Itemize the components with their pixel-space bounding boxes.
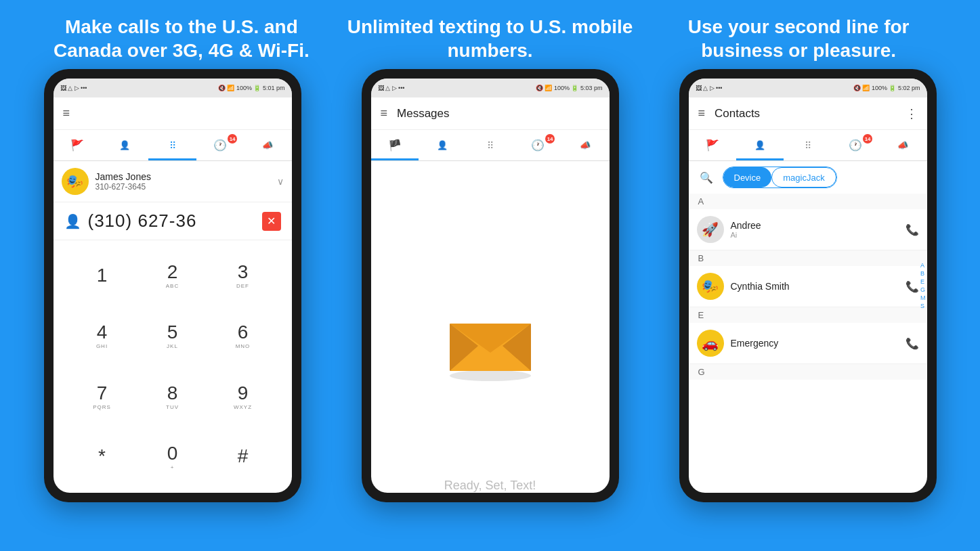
- recent-contact-number: 310-627-3645: [95, 182, 277, 192]
- hamburger-icon-2[interactable]: ≡: [381, 106, 388, 120]
- status-time-2: 🔇 📶 100% 🔋 5:03 pm: [536, 85, 603, 91]
- dial-number-display: (310) 627-36: [88, 211, 262, 232]
- phones-row: 🖼 △ ▷ ••• 🔇 📶 100% 🔋 5:01 pm ≡ 🚩: [0, 69, 980, 551]
- header-text-1: Make calls to the U.S. and Canada over 3…: [33, 15, 329, 62]
- key-7[interactable]: 7 PQRS: [67, 367, 137, 427]
- toggle-device-btn[interactable]: Device: [723, 167, 772, 188]
- tab-bar-3: 🚩 👤 ⠿ 🕐 14 📣: [689, 130, 927, 161]
- phone-inner-1: 🖼 △ ▷ ••• 🔇 📶 100% 🔋 5:01 pm ≡ 🚩: [54, 79, 292, 493]
- call-icon-cynthia[interactable]: 📞: [906, 280, 919, 293]
- contact-sub-andree: Ai: [731, 231, 906, 239]
- tab-messages-1[interactable]: 🚩: [54, 130, 101, 160]
- call-icon-emergency[interactable]: 📞: [906, 337, 919, 350]
- phone-inner-3: 🖼 △ ▷ ••• 🔇 📶 100% 🔋 5:02 pm ≡ Contacts …: [689, 79, 927, 493]
- key-8[interactable]: 8 TUV: [137, 367, 208, 427]
- section-letter-b: B: [689, 250, 927, 266]
- ready-set-text: Ready, Set, Text!: [444, 479, 536, 492]
- tab-recents-1[interactable]: 🕐 14: [196, 130, 244, 160]
- messages-screen: Ready, Set, Text!: [371, 161, 610, 493]
- tab-messages-3[interactable]: 🚩: [689, 130, 736, 160]
- status-icons-2: 🖼 △ ▷ •••: [378, 85, 405, 91]
- phone-frame-3: 🖼 △ ▷ ••• 🔇 📶 100% 🔋 5:02 pm ≡ Contacts …: [679, 69, 937, 502]
- status-time-1: 🔇 📶 100% 🔋 5:01 pm: [218, 85, 285, 91]
- hamburger-icon-1[interactable]: ≡: [63, 106, 70, 120]
- section-letter-g: G: [689, 364, 927, 380]
- status-left-2: 🖼 △ ▷ •••: [378, 85, 405, 91]
- search-toggle-row: 🔍 Device magicJack: [689, 161, 927, 194]
- status-icons-3: 🖼 △ ▷ •••: [696, 85, 723, 91]
- toggle-magicjack-btn[interactable]: magicJack: [771, 167, 836, 188]
- phone-contacts-wrapper: 🖼 △ ▷ ••• 🔇 📶 100% 🔋 5:02 pm ≡ Contacts …: [673, 69, 943, 551]
- key-hash[interactable]: #: [208, 427, 278, 487]
- contact-row-cynthia[interactable]: 🎭 Cynthia Smith 📞: [689, 266, 927, 307]
- chevron-down-icon[interactable]: ∨: [277, 176, 284, 187]
- status-icons-1: 🖼 △ ▷ •••: [60, 85, 87, 91]
- contact-row-andree[interactable]: 🚀 Andree Ai 📞: [689, 209, 927, 250]
- toggle-buttons: Device magicJack: [723, 167, 837, 188]
- tab-badge-2: 14: [545, 134, 555, 144]
- app-header-1: ≡: [54, 97, 292, 130]
- recent-avatar: 🎭: [62, 168, 89, 195]
- dialpad-tab-icon-3: ⠿: [805, 140, 811, 151]
- messages-tab-icon-3: 🚩: [706, 139, 719, 152]
- recent-call[interactable]: 🎭 James Jones 310-627-3645 ∨: [54, 161, 292, 202]
- phone-dialpad-wrapper: 🖼 △ ▷ ••• 🔇 📶 100% 🔋 5:01 pm ≡ 🚩: [37, 69, 308, 551]
- search-icon: 🔍: [700, 171, 713, 184]
- key-0[interactable]: 0 +: [137, 427, 208, 487]
- key-1[interactable]: 1: [67, 246, 137, 306]
- key-6[interactable]: 6 MNO: [208, 306, 278, 366]
- dialpad-screen: 🎭 James Jones 310-627-3645 ∨ 👤 (310) 627…: [54, 161, 292, 493]
- status-right-3: 🔇 📶 100% 🔋 5:02 pm: [853, 85, 920, 91]
- tab-badge-1: 14: [228, 134, 237, 144]
- envelope-wrapper: [436, 161, 545, 493]
- more-icon-3[interactable]: ⋮: [906, 106, 918, 121]
- tab-dialpad-2[interactable]: ⠿: [466, 130, 513, 160]
- recents-tab-icon-2: 🕐: [531, 139, 545, 152]
- clear-icon: ✕: [267, 215, 276, 227]
- key-5[interactable]: 5 JKL: [137, 306, 208, 366]
- key-4[interactable]: 4 GHI: [67, 306, 137, 366]
- voicemail-tab-icon-2: 📣: [580, 140, 591, 150]
- key-3[interactable]: 3 DEF: [208, 246, 278, 306]
- app-header-2: ≡ Messages: [371, 97, 610, 130]
- contact-row-emergency[interactable]: 🚗 Emergency 📞: [689, 323, 927, 364]
- tab-recents-2[interactable]: 🕐 14: [514, 130, 561, 160]
- tab-voicemail-1[interactable]: 📣: [244, 130, 291, 160]
- tab-dialpad-1[interactable]: ⠿: [148, 130, 196, 160]
- clear-button[interactable]: ✕: [262, 212, 281, 231]
- envelope-illustration: [436, 300, 545, 381]
- add-contact-icon[interactable]: 👤: [64, 213, 81, 229]
- header-row: Make calls to the U.S. and Canada over 3…: [0, 0, 980, 69]
- status-bar-2: 🖼 △ ▷ ••• 🔇 📶 100% 🔋 5:03 pm: [371, 79, 610, 97]
- recent-contact-info: James Jones 310-627-3645: [95, 171, 277, 192]
- voicemail-tab-icon-3: 📣: [897, 140, 908, 150]
- status-right-1: 🔇 📶 100% 🔋 5:01 pm: [218, 85, 285, 91]
- tab-dialpad-3[interactable]: ⠿: [784, 130, 831, 160]
- tab-contacts-3[interactable]: 👤: [736, 130, 784, 160]
- header-text-2: Unlimited texting to U.S. mobile numbers…: [342, 15, 638, 62]
- avatar-andree: 🚀: [697, 216, 724, 243]
- tab-voicemail-2[interactable]: 📣: [561, 130, 609, 160]
- avatar-cynthia: 🎭: [697, 273, 724, 300]
- tab-contacts-1[interactable]: 👤: [101, 130, 148, 160]
- phone-inner-2: 🖼 △ ▷ ••• 🔇 📶 100% 🔋 5:03 pm ≡ Messages …: [371, 79, 610, 493]
- messages-tab-icon-2: 🏴: [388, 139, 402, 152]
- section-letter-e: E: [689, 307, 927, 323]
- tab-messages-2[interactable]: 🏴: [371, 130, 419, 160]
- tab-contacts-2[interactable]: 👤: [419, 130, 466, 160]
- status-bar-1: 🖼 △ ▷ ••• 🔇 📶 100% 🔋 5:01 pm: [54, 79, 292, 97]
- recents-tab-icon-1: 🕐: [213, 139, 227, 152]
- key-9[interactable]: 9 WXYZ: [208, 367, 278, 427]
- key-2[interactable]: 2 ABC: [137, 246, 208, 306]
- call-icon-andree[interactable]: 📞: [906, 223, 919, 236]
- tab-bar-2: 🏴 👤 ⠿ 🕐 14 📣: [371, 130, 610, 161]
- messages-tab-icon-1: 🚩: [70, 139, 84, 152]
- tab-voicemail-3[interactable]: 📣: [879, 130, 926, 160]
- search-icon-wrapper[interactable]: 🔍: [696, 167, 717, 188]
- status-bar-3: 🖼 △ ▷ ••• 🔇 📶 100% 🔋 5:02 pm: [689, 79, 927, 97]
- key-star[interactable]: *: [67, 427, 137, 487]
- tab-recents-3[interactable]: 🕐 14: [832, 130, 879, 160]
- contact-name-andree: Andree: [731, 220, 906, 231]
- header-text-3: Use your second line for business or ple…: [650, 15, 946, 62]
- hamburger-icon-3[interactable]: ≡: [698, 106, 706, 120]
